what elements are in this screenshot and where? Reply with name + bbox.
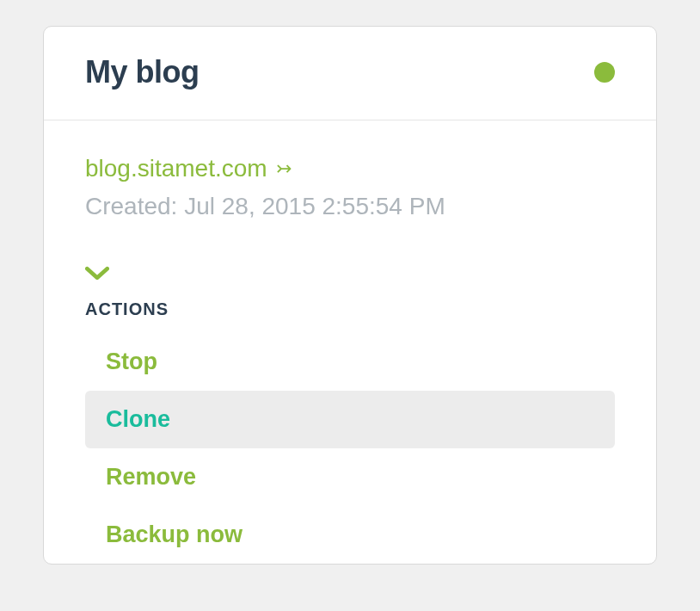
expand-toggle[interactable] bbox=[85, 265, 109, 286]
card-body: blog.sitamet.com ↣ Created: Jul 28, 2015… bbox=[44, 120, 656, 564]
status-indicator-icon bbox=[594, 62, 615, 83]
card-title: My blog bbox=[85, 54, 199, 90]
domain-text: blog.sitamet.com bbox=[85, 155, 267, 182]
chevron-down-icon bbox=[85, 265, 109, 282]
actions-heading: ACTIONS bbox=[85, 299, 615, 319]
action-clone[interactable]: Clone bbox=[85, 391, 615, 448]
created-timestamp: Created: Jul 28, 2015 2:55:54 PM bbox=[85, 193, 615, 220]
external-link-icon: ↣ bbox=[276, 157, 292, 180]
action-backup-now[interactable]: Backup now bbox=[85, 506, 615, 564]
card-header: My blog bbox=[44, 27, 656, 120]
action-stop[interactable]: Stop bbox=[85, 333, 615, 391]
domain-link[interactable]: blog.sitamet.com ↣ bbox=[85, 155, 292, 182]
action-remove[interactable]: Remove bbox=[85, 448, 615, 506]
app-card: My blog blog.sitamet.com ↣ Created: Jul … bbox=[43, 26, 657, 565]
actions-list: Stop Clone Remove Backup now bbox=[85, 333, 615, 564]
